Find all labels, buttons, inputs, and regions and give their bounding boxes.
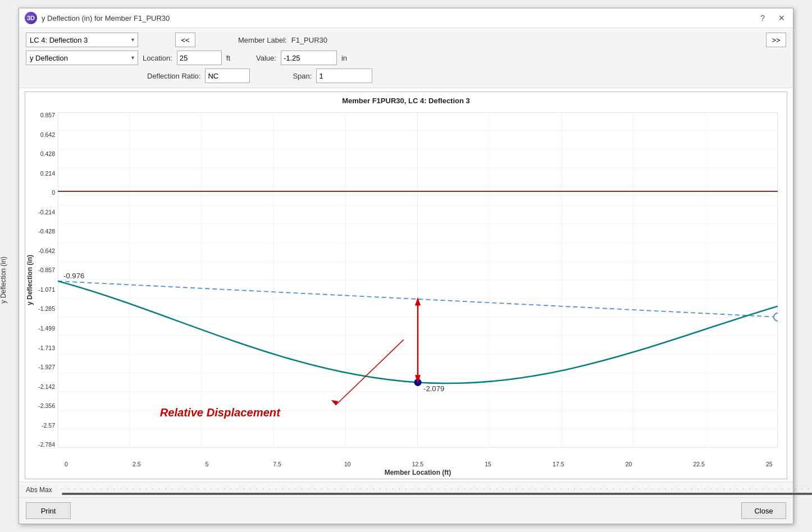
slider-wrapper: . . . . . . . . . . . . . . . . . . . . … <box>61 484 812 495</box>
x-tick-5: 12.5 <box>409 461 426 467</box>
deflection-type-select[interactable]: y Deflection <box>26 51 138 65</box>
x-tick-4: 10 <box>339 461 356 467</box>
y-tick-8: -0.857 <box>38 267 55 273</box>
chart-title: Member F1PUR30, LC 4: Deflection 3 <box>25 92 787 107</box>
app-icon: 3D <box>25 12 37 24</box>
abs-max-slider[interactable] <box>61 493 812 495</box>
main-window: 3D y Deflection (in) for Member F1_PUR30… <box>19 8 793 524</box>
x-tick-3: 7.5 <box>269 461 286 467</box>
x-tick-10: 25 <box>761 461 778 467</box>
x-tick-9: 22.5 <box>691 461 708 467</box>
x-tick-6: 15 <box>480 461 496 467</box>
close-button[interactable]: Close <box>741 502 786 519</box>
chart-area: Member F1PUR30, LC 4: Deflection 3 0.857… <box>25 91 787 479</box>
member-label-value: F1_PUR30 <box>291 36 327 44</box>
bottom-slider-area: Abs Max . . . . . . . . . . . . . . . . … <box>19 481 793 497</box>
y-tick-6: -0.428 <box>38 228 55 235</box>
y-tick-0: 0.857 <box>40 112 55 118</box>
value-label: Value: <box>256 54 276 62</box>
load-case-select[interactable]: LC 4: Deflection 3 <box>26 33 138 47</box>
y-axis-label-text: y Deflection (in) <box>26 255 34 305</box>
y-tick-17: -2.784 <box>38 442 55 448</box>
deflection-type-select-wrapper: y Deflection <box>26 51 138 65</box>
chart-svg: -0.976 -2.079 Relative Displacement <box>58 112 778 448</box>
span-label: Span: <box>293 72 312 80</box>
y-axis-label-wrapper: y Deflection (in) <box>25 112 34 448</box>
y-axis-label: y Deflection (in) <box>0 250 7 310</box>
location-unit: ft <box>226 54 230 62</box>
chart-plot-area: -0.976 -2.079 Relative Displacement <box>58 112 778 448</box>
y-tick-5: -0.214 <box>38 209 55 215</box>
x-axis-label: Member Location (ft) <box>58 468 778 476</box>
load-case-select-wrapper: LC 4: Deflection 3 <box>26 33 138 47</box>
controls-row-3: Deflection Ratio: Span: <box>26 68 786 83</box>
x-tick-2: 5 <box>198 461 215 467</box>
location-label: Location: <box>143 54 172 62</box>
x-axis-labels: 0 2.5 5 7.5 10 12.5 15 17.5 20 22.5 25 <box>58 461 778 467</box>
title-bar: 3D y Deflection (in) for Member F1_PUR30… <box>19 8 793 28</box>
y-tick-9: -1.071 <box>38 287 55 293</box>
y-tick-1: 0.642 <box>40 132 55 138</box>
title-bar-left: 3D y Deflection (in) for Member F1_PUR30 <box>25 12 170 24</box>
close-window-button[interactable]: ✕ <box>776 12 787 24</box>
x-tick-8: 20 <box>621 461 637 467</box>
y-tick-15: -2.356 <box>38 403 55 409</box>
location-input[interactable] <box>177 51 222 65</box>
value-unit: in <box>341 54 347 62</box>
y-tick-14: -2.142 <box>38 384 55 390</box>
svg-text:-0.976: -0.976 <box>63 272 84 280</box>
prev-member-button[interactable]: << <box>175 33 195 47</box>
y-tick-12: -1.713 <box>38 345 55 351</box>
x-tick-0: 0 <box>58 461 75 467</box>
x-tick-1: 2.5 <box>128 461 145 467</box>
y-tick-7: -0.642 <box>38 248 55 254</box>
help-button[interactable]: ? <box>758 12 767 24</box>
value-input[interactable] <box>281 51 337 65</box>
x-tick-7: 17.5 <box>550 461 567 467</box>
svg-text:-2.079: -2.079 <box>423 384 444 393</box>
print-button[interactable]: Print <box>26 502 71 519</box>
footer-area: Print Close <box>19 497 793 524</box>
y-tick-10: -1.285 <box>38 306 55 312</box>
controls-area: LC 4: Deflection 3 << Member Label: F1_P… <box>19 28 793 88</box>
svg-point-16 <box>774 313 778 321</box>
y-tick-3: 0.214 <box>40 171 55 177</box>
svg-rect-4 <box>58 112 778 448</box>
svg-text:Relative Displacement: Relative Displacement <box>160 406 281 419</box>
y-tick-11: -1.499 <box>38 325 55 332</box>
abs-max-label: Abs Max <box>26 486 57 494</box>
y-tick-13: -1.927 <box>38 364 55 370</box>
y-tick-2: 0.428 <box>40 151 55 157</box>
next-member-button[interactable]: >> <box>766 33 786 47</box>
y-tick-16: -2.57 <box>42 423 55 429</box>
member-label-prefix: Member Label: <box>238 36 287 44</box>
y-tick-4: 0 <box>52 190 55 196</box>
window-title: y Deflection (in) for Member F1_PUR30 <box>42 14 170 22</box>
controls-row-1: LC 4: Deflection 3 << Member Label: F1_P… <box>26 33 786 47</box>
deflection-ratio-label: Deflection Ratio: <box>147 72 200 80</box>
deflection-ratio-input[interactable] <box>205 68 250 83</box>
title-bar-right: ? ✕ <box>758 12 787 24</box>
span-input[interactable] <box>316 68 372 83</box>
controls-row-2: y Deflection Location: ft Value: in <box>26 51 786 65</box>
